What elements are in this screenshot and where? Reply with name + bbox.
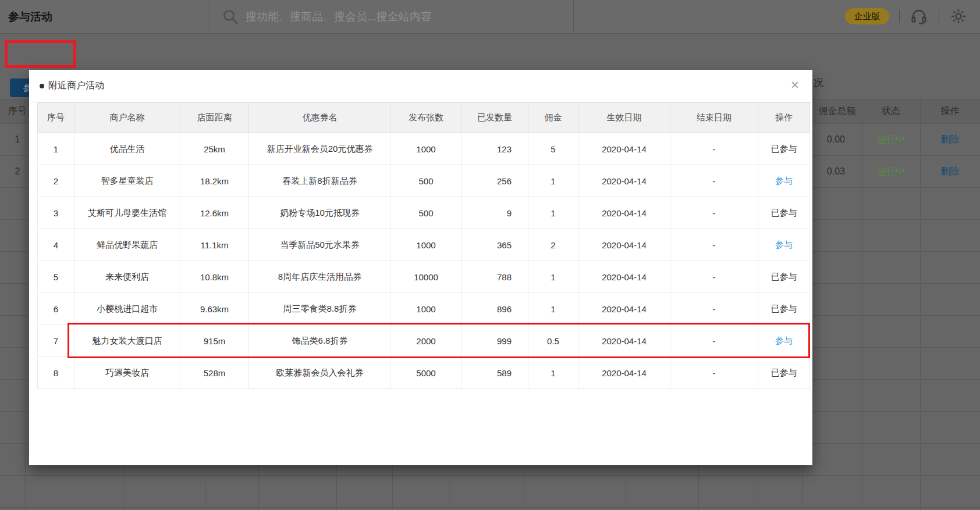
column-header-2: 店面距离 [180,103,249,133]
merchant-activity-table: 序号商户名称店面距离优惠券名发布张数已发数量佣金生效日期结束日期操作 1优品生活… [37,102,810,389]
table-cell: 鲜品优野果蔬店 [74,229,180,261]
table-cell: 8 [38,357,74,389]
table-cell: 2020-04-14 [578,229,670,261]
action-cell: 参与 [758,165,810,197]
table-cell: 11.1km [180,229,249,261]
table-cell: 2020-04-14 [578,293,670,325]
bg-delete-link[interactable]: 删除 [920,155,980,187]
table-row: 5来来便利店10.8km8周年店庆生活用品券1000078812020-04-1… [38,261,810,293]
bg-col-status: 状态 [862,99,920,123]
table-cell: 6 [38,293,74,325]
table-cell: 饰品类6.8折券 [249,325,391,357]
action-cell: 参与 [758,325,810,357]
column-header-6: 佣金 [528,103,578,133]
table-cell: - [670,229,758,261]
action-cell: 已参与 [758,357,810,389]
table-cell: 1 [528,165,578,197]
table-cell: 9 [461,197,528,229]
joined-status: 已参与 [771,272,797,281]
gear-icon[interactable] [949,7,968,26]
nearby-merchants-modal: 附近商户活动 × 序号商户名称店面距离优惠券名发布张数已发数量佣金生效日期结束日… [29,70,812,465]
table-cell: 奶粉专场10元抵现券 [249,197,391,229]
table-cell: 1000 [391,133,461,165]
grid-line [920,99,921,510]
bg-col-commission-total: 佣金总额 [812,99,862,123]
grid-line [0,475,980,476]
bg-status-badge: 进行中 [862,123,920,155]
table-cell: 春装上新8折新品券 [249,165,391,197]
table-cell: 2 [38,165,74,197]
table-cell: 周三零食类8.8折券 [249,293,391,325]
table-cell: 巧遇美妆店 [74,357,180,389]
table-cell: 5 [38,261,74,293]
table-cell: 艾斯可儿母婴生活馆 [74,197,180,229]
table-cell: 10.8km [180,261,249,293]
edition-badge: 企业版 [845,8,889,24]
table-cell: 256 [461,165,528,197]
table-cell: - [670,293,758,325]
bullet-icon [40,84,44,88]
table-row: 6小樱桃进口超市9.63km周三零食类8.8折券100089612020-04-… [38,293,810,325]
header-divider [210,0,210,33]
search-input[interactable] [244,5,561,29]
grid-line [0,507,980,508]
table-cell: 优品生活 [74,133,180,165]
column-header-4: 发布张数 [391,103,461,133]
join-link[interactable]: 参与 [775,176,793,186]
table-cell: 12.6km [180,197,249,229]
column-header-8: 结束日期 [670,103,758,133]
table-cell: 1000 [391,293,461,325]
table-cell: 25km [180,133,249,165]
table-cell: 528m [180,357,249,389]
close-icon[interactable]: × [787,77,803,93]
column-header-1: 商户名称 [74,103,180,133]
action-cell: 参与 [758,229,810,261]
table-cell: 当季新品50元水果券 [249,229,391,261]
table-cell: - [670,197,758,229]
joined-status: 已参与 [771,208,797,217]
background-section-title-fragment: 况 [814,76,823,90]
modal-title: 附近商户活动 [48,80,104,92]
bg-row-total: 0.00 [809,123,845,155]
table-cell: 589 [461,357,528,389]
search-icon [222,8,239,26]
column-header-9: 操作 [758,103,810,133]
modal-header: 附近商户活动 [29,70,812,102]
bg-row-total: 0.03 [809,155,845,187]
table-cell: 3 [38,197,74,229]
top-header: 参与活动 企业版 [0,0,980,34]
table-row: 3艾斯可儿母婴生活馆12.6km奶粉专场10元抵现券500912020-04-1… [38,197,810,229]
table-cell: 2 [528,229,578,261]
table-cell: 2020-04-14 [578,261,670,293]
toolbar: 参与活动 佣金对账明细 提现 可提现金额 0 佣金结算: 参与活动，为活动商户发… [0,34,980,70]
table-header-row: 序号商户名称店面距离优惠券名发布张数已发数量佣金生效日期结束日期操作 [38,103,810,133]
table-cell: - [670,133,758,165]
icon-separator [899,10,900,23]
table-cell: 500 [391,165,461,197]
join-link[interactable]: 参与 [775,336,793,345]
table-cell: 915m [180,325,249,357]
table-cell: 999 [461,325,528,357]
icon-separator [939,10,939,23]
headset-icon[interactable] [910,7,928,26]
joined-status: 已参与 [771,368,797,377]
table-cell: 10000 [391,261,461,293]
table-cell: 2020-04-14 [578,325,670,357]
table-cell: 9.63km [180,293,249,325]
table-row: 2智多星童装店18.2km春装上新8折新品券50025612020-04-14-… [38,165,810,197]
joined-status: 已参与 [771,304,797,313]
column-header-5: 已发数量 [461,103,528,133]
table-row: 1优品生活25km新店开业新会员20元优惠券100012352020-04-14… [38,133,810,165]
bg-delete-link[interactable]: 删除 [920,123,980,155]
column-header-7: 生效日期 [578,103,670,133]
table-cell: 4 [38,229,74,261]
table-cell: 2020-04-14 [578,197,670,229]
bg-status-badge: 进行中 [862,155,920,187]
join-link[interactable]: 参与 [775,240,793,249]
table-cell: - [670,357,758,389]
table-cell: 7 [38,325,74,357]
table-cell: 2020-04-14 [578,165,670,197]
table-cell: 1000 [391,229,461,261]
table-cell: 1 [38,133,74,165]
column-header-0: 序号 [38,103,74,133]
